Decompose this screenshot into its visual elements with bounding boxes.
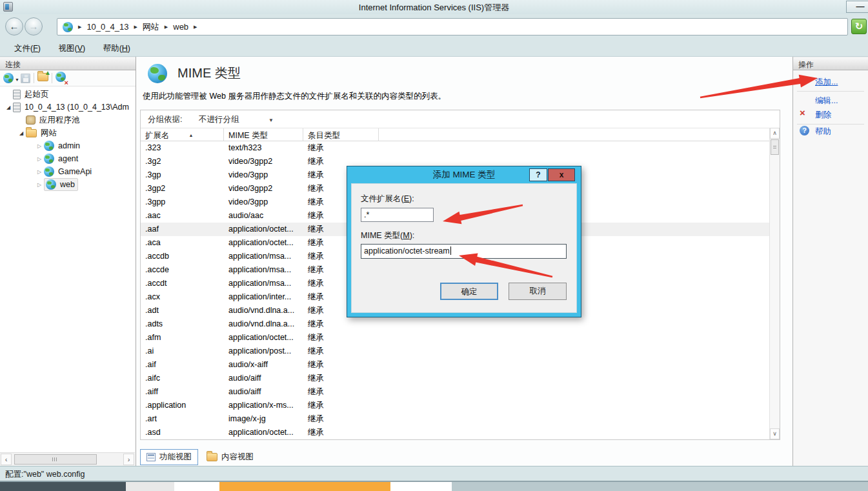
- row-extension: .accdb: [141, 250, 224, 263]
- chevron-down-icon[interactable]: ▼: [268, 117, 274, 123]
- text-cursor: [450, 246, 451, 255]
- dialog-help-button[interactable]: ?: [529, 168, 547, 181]
- connect-server-icon[interactable]: [3, 73, 14, 83]
- breadcrumb-sites[interactable]: 网站: [143, 21, 159, 33]
- site-icon: [46, 179, 56, 190]
- tree-item-server[interactable]: ◢ 10_0_4_13 (10_0_4_13\Adm: [0, 101, 135, 114]
- list-vertical-scrollbar[interactable]: ∧ ∨: [769, 128, 780, 439]
- save-icon[interactable]: [21, 74, 30, 83]
- delete-action-link[interactable]: 删除: [815, 110, 831, 121]
- actions-header: 操作: [793, 57, 868, 70]
- taskbar-segment: [390, 482, 452, 491]
- actions-separator: [797, 124, 864, 125]
- arrow-up-icon: ▲: [45, 69, 51, 76]
- table-row[interactable]: .ai application/post... 继承: [141, 345, 769, 358]
- tab-features-view[interactable]: 功能视图: [140, 449, 198, 465]
- disconnect-icon[interactable]: ×: [56, 72, 66, 85]
- add-mime-type-dialog: 添加 MIME 类型 ? x 文件扩展名(E): .* MIME 类型(M): …: [347, 166, 581, 317]
- table-row[interactable]: .art image/x-jg 继承: [141, 412, 769, 426]
- menu-help[interactable]: 帮助(H): [96, 41, 138, 56]
- row-mime-type: application/octet...: [224, 426, 303, 439]
- back-button[interactable]: ←: [5, 17, 23, 35]
- toolbar-separator: [52, 73, 52, 83]
- row-extension: .adt: [141, 304, 224, 317]
- breadcrumb-separator-icon: ▶: [134, 25, 137, 30]
- tree-item-sites[interactable]: ◢ 网站: [0, 126, 135, 139]
- table-row[interactable]: .aifc audio/aiff 继承: [141, 372, 769, 385]
- tree-item-app-pools[interactable]: 应用程序池: [0, 114, 135, 126]
- minimize-button[interactable]: —: [846, 1, 868, 13]
- breadcrumb-server[interactable]: 10_0_4_13: [86, 22, 128, 32]
- taskbar-segment: [126, 482, 174, 491]
- menu-file[interactable]: 文件(F): [6, 41, 48, 56]
- row-extension: .3gp: [141, 168, 224, 182]
- table-row[interactable]: .aif audio/x-aiff 继承: [141, 358, 769, 372]
- mime-type-input[interactable]: application/octet-stream: [361, 244, 567, 259]
- row-mime-type: audio/aac: [224, 209, 303, 223]
- column-empty: [379, 128, 769, 141]
- column-extension[interactable]: 扩展名▲: [141, 128, 224, 141]
- help-icon: ?: [800, 126, 809, 135]
- column-entry-type[interactable]: 条目类型: [303, 128, 379, 141]
- chevron-collapsed-icon[interactable]: ▷: [35, 182, 44, 188]
- tree-horizontal-scrollbar[interactable]: ‹ ›: [0, 452, 135, 466]
- row-mime-type: application/inter...: [224, 290, 303, 304]
- row-extension: .aiff: [141, 385, 224, 399]
- cancel-button[interactable]: 取消: [509, 283, 567, 300]
- features-view-icon: [146, 453, 156, 461]
- tree-item-gameapi[interactable]: ▷ GameApi: [0, 165, 135, 178]
- address-bar[interactable]: ▶ 10_0_4_13 ▶ 网站 ▶ web ▶: [57, 18, 848, 35]
- row-mime-type: application/msa...: [224, 277, 303, 290]
- row-extension: .art: [141, 412, 224, 426]
- chevron-expanded-icon[interactable]: ◢: [17, 130, 26, 136]
- table-row[interactable]: .afm application/octet... 继承: [141, 331, 769, 345]
- forward-button[interactable]: →: [25, 17, 43, 35]
- tree-item-web[interactable]: ▷ web: [0, 178, 135, 191]
- scrollbar-thumb[interactable]: [771, 139, 779, 155]
- row-entry-type: 继承: [303, 426, 379, 439]
- chevron-collapsed-icon[interactable]: ▷: [35, 143, 44, 149]
- table-row[interactable]: .application application/x-ms... 继承: [141, 399, 769, 412]
- breadcrumb-web[interactable]: web: [173, 22, 188, 32]
- extension-input[interactable]: .*: [361, 208, 434, 222]
- chevron-collapsed-icon[interactable]: ▷: [35, 169, 44, 175]
- row-extension: .accdt: [141, 277, 224, 290]
- row-entry-type: 继承: [303, 317, 379, 331]
- row-entry-type: 继承: [303, 372, 379, 385]
- group-by-dropdown[interactable]: 不进行分组: [199, 115, 239, 124]
- dialog-close-button[interactable]: x: [548, 168, 575, 181]
- taskbar-segment: [174, 482, 219, 491]
- edit-action-link[interactable]: 编辑...: [815, 95, 838, 106]
- scroll-up-icon[interactable]: ∧: [770, 128, 780, 139]
- add-action-link[interactable]: 添加...: [815, 77, 838, 88]
- chevron-expanded-icon[interactable]: ◢: [4, 105, 13, 110]
- table-row[interactable]: .323 text/h323 继承: [141, 141, 769, 155]
- help-action-link[interactable]: 帮助: [815, 126, 831, 137]
- scrollbar-thumb[interactable]: [14, 454, 97, 465]
- tree-item-admin[interactable]: ▷ admin: [0, 139, 135, 152]
- breadcrumb-separator-icon: ▶: [165, 25, 168, 30]
- toolbar-separator: [34, 73, 34, 83]
- chevron-down-icon[interactable]: ▼: [15, 77, 19, 82]
- mime-feature-icon: [148, 64, 167, 83]
- row-mime-type: video/3gpp: [224, 168, 303, 182]
- tree-item-agent[interactable]: ▷ agent: [0, 152, 135, 165]
- table-row[interactable]: .asd application/octet... 继承: [141, 426, 769, 439]
- scroll-down-icon[interactable]: ∨: [770, 428, 780, 439]
- table-row[interactable]: .adts audio/vnd.dlna.a... 继承: [141, 317, 769, 331]
- table-row[interactable]: .aiff audio/aiff 继承: [141, 385, 769, 399]
- tab-content-view[interactable]: 内容视图: [201, 450, 259, 465]
- refresh-button[interactable]: ↻: [851, 19, 867, 34]
- ok-button[interactable]: 确定: [440, 283, 498, 300]
- taskbar-segment: [0, 482, 126, 491]
- server-icon: [13, 103, 21, 112]
- row-mime-type: video/3gpp2: [224, 182, 303, 195]
- menu-view[interactable]: 视图(V): [50, 41, 93, 56]
- row-mime-type: audio/x-aiff: [224, 358, 303, 372]
- scroll-right-icon[interactable]: ›: [123, 454, 134, 465]
- column-mime-type[interactable]: MIME 类型: [224, 128, 303, 141]
- chevron-collapsed-icon[interactable]: ▷: [35, 156, 44, 162]
- tree-item-start-page[interactable]: 起始页: [0, 88, 135, 101]
- export-package-icon[interactable]: ▲: [37, 72, 48, 84]
- scroll-left-icon[interactable]: ‹: [1, 454, 12, 465]
